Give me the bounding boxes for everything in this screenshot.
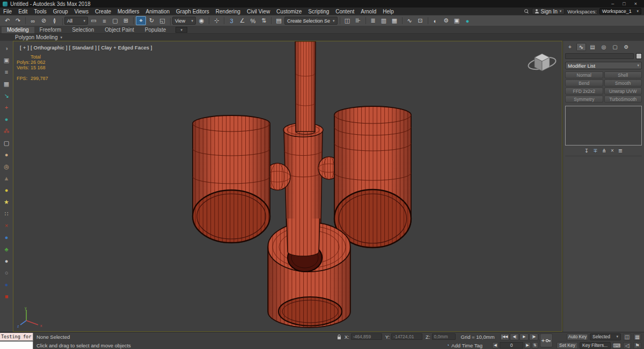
modifier-stack[interactable] bbox=[565, 106, 642, 146]
material-editor-icon[interactable]: ◐ bbox=[430, 16, 441, 25]
particle-icon[interactable]: ⁂ bbox=[2, 127, 11, 135]
ribbon-tab[interactable]: Freeform bbox=[34, 27, 67, 33]
next-frame-button[interactable]: |▶ bbox=[529, 333, 538, 340]
pin-stack-icon[interactable]: ↧ bbox=[584, 148, 589, 154]
modifier-list-dropdown[interactable]: Modifier List ▾ bbox=[565, 62, 642, 69]
configure-modifier-sets-icon[interactable]: ≣ bbox=[618, 148, 623, 154]
keyboard-override-icon[interactable]: ⌨ bbox=[613, 342, 621, 349]
menu-item[interactable]: Customize bbox=[273, 9, 305, 14]
auto-key-button[interactable]: Auto Key bbox=[567, 333, 588, 340]
select-and-rotate-icon[interactable]: ↻ bbox=[147, 16, 157, 25]
previous-frame-button[interactable]: ◀| bbox=[510, 333, 519, 340]
select-object-icon[interactable]: ▭ bbox=[89, 16, 99, 25]
grid-view-icon[interactable]: ▦ bbox=[2, 79, 11, 88]
viewport-layout-icon[interactable]: ◫ bbox=[623, 333, 631, 340]
cloud-icon[interactable]: ● bbox=[2, 257, 11, 265]
object-color-swatch[interactable] bbox=[636, 53, 642, 59]
bottom-cylinder[interactable] bbox=[268, 219, 350, 328]
undo-icon[interactable]: ↶ bbox=[2, 16, 12, 25]
use-pivot-point-icon[interactable]: ◉ bbox=[196, 16, 207, 25]
modifier-preset-button[interactable]: Bend bbox=[565, 79, 603, 86]
bind-to-spacewarp-icon[interactable]: ≬ bbox=[49, 16, 60, 25]
right-cylinder[interactable] bbox=[334, 106, 411, 248]
menu-item[interactable]: File bbox=[0, 9, 15, 14]
ring-icon[interactable]: ○ bbox=[2, 268, 11, 277]
previous-key-button[interactable]: ◀ bbox=[492, 342, 499, 348]
play-button[interactable]: ▶ bbox=[519, 333, 529, 340]
reference-coordinate-dropdown[interactable]: View bbox=[172, 17, 196, 25]
make-unique-icon[interactable]: ⋔ bbox=[602, 148, 606, 154]
render-production-icon[interactable]: ● bbox=[463, 16, 473, 25]
menu-item[interactable]: Arnold bbox=[357, 9, 379, 14]
z-coordinate-field[interactable]: 0,0mm bbox=[432, 333, 456, 340]
remove-modifier-icon[interactable]: × bbox=[611, 148, 614, 154]
utilities-tab[interactable]: ⚙ bbox=[621, 43, 631, 51]
export-arrow-icon[interactable]: ↘ bbox=[2, 91, 11, 100]
selection-lock-icon[interactable] bbox=[336, 334, 342, 340]
maxscript-mini-listener[interactable]: Testing for i bbox=[0, 333, 33, 341]
select-by-name-icon[interactable]: ≡ bbox=[99, 16, 109, 25]
edit-named-sets-icon[interactable]: ▤ bbox=[274, 16, 284, 25]
ribbon-tab[interactable]: Populate bbox=[140, 27, 171, 33]
torus-icon[interactable]: ◎ bbox=[2, 162, 11, 171]
viewport-label[interactable]: [ + ] [ Orthographic ] [ Standard ] [ Cl… bbox=[20, 45, 152, 50]
key-mode-dropdown[interactable]: Selected ▾ bbox=[590, 333, 621, 340]
menu-item[interactable]: Tools bbox=[31, 9, 49, 14]
frame-spinner[interactable]: ⇅ bbox=[532, 342, 538, 348]
curve-editor-icon[interactable]: ∿ bbox=[405, 16, 415, 25]
workspace-dropdown[interactable]: Workspace_1 ▾ bbox=[599, 8, 641, 14]
ribbon-tab[interactable]: Modeling bbox=[2, 27, 34, 33]
show-end-result-icon[interactable]: ∓ bbox=[593, 148, 597, 154]
set-keys-button[interactable]: + bbox=[540, 333, 553, 347]
left-cylinder[interactable] bbox=[193, 115, 270, 243]
named-selection-sets-combo[interactable]: Create Selection Se bbox=[284, 17, 338, 25]
modifier-preset-button[interactable]: Smooth bbox=[604, 79, 642, 86]
menu-item[interactable]: Views bbox=[71, 9, 92, 14]
list-view-icon[interactable]: ≡ bbox=[2, 68, 11, 76]
search-icon[interactable] bbox=[524, 9, 529, 14]
add-time-tag[interactable]: ◔ Add Time Tag bbox=[447, 343, 482, 348]
modifier-preset-button[interactable]: Unwrap UVW bbox=[604, 88, 642, 94]
spinner-snap-icon[interactable]: ⇅ bbox=[259, 16, 269, 25]
select-and-manipulate-icon[interactable]: ⊹ bbox=[211, 16, 222, 25]
menu-item[interactable]: Content bbox=[332, 9, 357, 14]
snaps-toggle-icon[interactable]: 3 bbox=[226, 16, 237, 25]
view-cube[interactable] bbox=[526, 47, 558, 78]
minimize-button[interactable]: – bbox=[611, 1, 614, 6]
create-tab[interactable]: + bbox=[565, 43, 575, 51]
foliage-icon[interactable]: ♣ bbox=[2, 245, 11, 253]
menu-item[interactable]: Civil View bbox=[244, 9, 273, 14]
panel-toggle-icon[interactable]: ▦ bbox=[633, 333, 641, 340]
select-and-move-icon[interactable]: ⌖ bbox=[136, 16, 146, 25]
ribbon-tab[interactable]: Selection bbox=[67, 27, 99, 33]
menu-item[interactable]: Modifiers bbox=[114, 9, 143, 14]
close-button[interactable]: × bbox=[634, 1, 637, 6]
align-icon[interactable]: ⊪ bbox=[353, 16, 363, 25]
mute-icon[interactable]: ◁ bbox=[623, 342, 631, 349]
blue-sphere-icon[interactable]: ● bbox=[2, 233, 11, 242]
schematic-view-icon[interactable]: ⊡ bbox=[415, 16, 426, 25]
selection-filter-dropdown[interactable]: All bbox=[64, 17, 88, 25]
y-coordinate-field[interactable]: -14724,01 bbox=[391, 333, 422, 340]
display-tab[interactable]: ▢ bbox=[610, 43, 620, 51]
redo-icon[interactable]: ↷ bbox=[13, 16, 23, 25]
menu-item[interactable]: Rendering bbox=[213, 9, 244, 14]
unlink-selection-icon[interactable]: ⊘ bbox=[39, 16, 49, 25]
dark-blue-sphere-icon[interactable]: ● bbox=[2, 280, 11, 289]
polygon-modeling-panel[interactable]: Polygon Modeling bbox=[15, 34, 58, 40]
scatter-icon[interactable]: ∷ bbox=[2, 209, 11, 218]
hierarchy-tab[interactable]: ▤ bbox=[588, 43, 597, 51]
menu-item[interactable]: Scripting bbox=[305, 9, 332, 14]
flag-icon[interactable]: ⚑ bbox=[633, 342, 641, 349]
key-filters-button[interactable]: Key Filters... bbox=[580, 342, 611, 349]
set-key-button[interactable]: Set Key bbox=[557, 342, 578, 349]
model-object[interactable] bbox=[13, 41, 562, 331]
material-swatch-icon[interactable]: ■ bbox=[2, 292, 11, 301]
modifier-preset-button[interactable]: Normal bbox=[565, 71, 603, 78]
menu-item[interactable]: Edit bbox=[15, 9, 31, 14]
tan-sphere-icon[interactable]: ● bbox=[2, 150, 11, 159]
sign-in-button[interactable]: Sign In ▾ bbox=[532, 8, 565, 14]
window-crossing-icon[interactable]: ⊞ bbox=[121, 16, 131, 25]
ribbon-display-dropdown[interactable]: ▾ bbox=[175, 27, 187, 33]
yellow-sphere-icon[interactable]: ● bbox=[2, 186, 11, 194]
